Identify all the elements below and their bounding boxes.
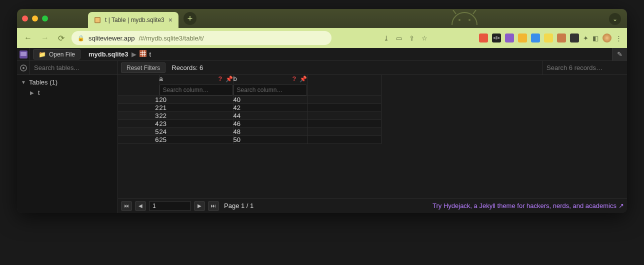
tables-tree-header[interactable]: ▼ Tables (1)	[17, 77, 118, 88]
column-name: b	[234, 75, 237, 82]
bookmark-icon[interactable]: ☆	[422, 34, 428, 42]
address-bar[interactable]: 🔒 sqliteviewer.app/#/mydb.sqlite3/table/…	[72, 31, 332, 45]
extension-icon[interactable]	[479, 34, 488, 42]
table-row[interactable]: 5 24 48	[118, 128, 381, 136]
forward-button[interactable]: →	[39, 32, 51, 44]
reload-button[interactable]: ⟳	[56, 32, 66, 44]
search-records-input[interactable]	[542, 61, 627, 74]
cell[interactable]: 40	[233, 96, 307, 104]
sidebar-item-table[interactable]: ▶ t	[17, 88, 118, 98]
cell-empty	[307, 128, 381, 136]
tabs-dropdown-button[interactable]: ⌄	[609, 13, 621, 25]
data-grid: a ? 📌 b ?	[118, 75, 382, 144]
breadcrumb: mydb.sqlite3 ▶ t	[84, 48, 156, 60]
tab-strip: t | Table | mydb.sqlite3 × + ⌄	[17, 9, 627, 28]
cell-empty	[307, 112, 381, 120]
cell[interactable]: 42	[233, 104, 307, 112]
minimize-window-button[interactable]	[32, 16, 38, 22]
new-tab-button[interactable]: +	[184, 12, 196, 25]
close-window-button[interactable]	[22, 16, 28, 22]
extension-icon[interactable]	[505, 34, 514, 42]
cell[interactable]: 44	[233, 112, 307, 120]
table-row[interactable]: 6 25 50	[118, 136, 381, 144]
last-page-button[interactable]: ⏭	[208, 201, 219, 211]
address-actions: ⤓ ▭ ⇪ ☆	[384, 34, 428, 42]
open-file-button[interactable]: 📁 Open File	[33, 49, 80, 60]
extension-icon[interactable]	[544, 34, 553, 42]
app-logo	[17, 48, 30, 60]
column-type-icon[interactable]: ?	[218, 75, 222, 82]
pin-icon[interactable]: 📌	[226, 76, 233, 82]
cell[interactable]: 24	[159, 128, 233, 136]
table-row[interactable]: 1 20 40	[118, 96, 381, 104]
svg-rect-13	[144, 50, 144, 56]
pin-icon[interactable]: 📌	[300, 76, 307, 82]
row-number: 1	[118, 96, 159, 104]
open-file-label: Open File	[49, 51, 75, 58]
extension-icon[interactable]: </>	[492, 34, 501, 42]
url-path: /#/mydb.sqlite3/table/t/	[139, 34, 204, 42]
address-bar-row: ← → ⟳ 🔒 sqliteviewer.app/#/mydb.sqlite3/…	[17, 28, 627, 48]
install-app-icon[interactable]: ⤓	[384, 34, 389, 42]
sidebar-toggle-icon[interactable]	[17, 61, 30, 74]
cell[interactable]: 25	[159, 136, 233, 144]
cell[interactable]: 46	[233, 120, 307, 128]
breadcrumb-separator: ▶	[132, 50, 136, 58]
cell[interactable]: 48	[233, 128, 307, 136]
column-type-icon[interactable]: ?	[292, 75, 296, 82]
table-row[interactable]: 2 21 42	[118, 104, 381, 112]
extension-icon[interactable]	[557, 34, 566, 42]
extension-icon[interactable]	[531, 34, 540, 42]
column-name: a	[160, 75, 163, 82]
svg-rect-10	[140, 52, 146, 53]
chevron-down-icon: ▼	[21, 80, 26, 85]
search-tables-input[interactable]	[30, 61, 118, 74]
column-header[interactable]: b ? 📌	[233, 75, 307, 96]
cell[interactable]: 22	[159, 112, 233, 120]
table-row[interactable]: 4 23 46	[118, 120, 381, 128]
prev-page-button[interactable]: ◀	[135, 201, 146, 211]
side-panel-icon[interactable]: ◧	[592, 34, 598, 42]
column-header[interactable]: a ? 📌	[159, 75, 233, 96]
next-page-button[interactable]: ▶	[194, 201, 205, 211]
first-page-button[interactable]: ⏮	[121, 201, 132, 211]
cell[interactable]: 21	[159, 104, 233, 112]
tables-sidebar: ▼ Tables (1) ▶ t	[17, 75, 118, 213]
extension-icons: </> ✦ ◧ ⋮	[479, 34, 622, 42]
table-row[interactable]: 3 22 44	[118, 112, 381, 120]
profile-avatar[interactable]	[602, 34, 612, 42]
svg-rect-11	[140, 54, 146, 55]
extension-icon[interactable]	[570, 34, 579, 42]
sqlite-viewer-app: 📁 Open File mydb.sqlite3 ▶ t ✎ Reset Fil…	[17, 48, 627, 213]
breadcrumb-table[interactable]: t	[150, 50, 152, 58]
cell[interactable]: 20	[159, 96, 233, 104]
edit-mode-button[interactable]: ✎	[612, 48, 627, 60]
share-icon[interactable]: ⇪	[409, 34, 414, 42]
maximize-window-button[interactable]	[42, 16, 48, 22]
chrome-menu-icon[interactable]: ⋮	[616, 34, 622, 42]
breadcrumb-db[interactable]: mydb.sqlite3	[88, 50, 128, 58]
row-number: 3	[118, 112, 159, 120]
column-search-input[interactable]	[234, 84, 307, 96]
page-number-input[interactable]	[149, 201, 191, 211]
svg-rect-8	[20, 54, 26, 56]
extensions-puzzle-icon[interactable]: ✦	[583, 34, 588, 42]
tab-favicon	[94, 16, 101, 24]
reset-filters-button[interactable]: Reset Filters	[121, 62, 166, 73]
folder-icon: 📁	[38, 51, 46, 58]
promo-link[interactable]: Try Hydejack, a Jekyll theme for hackers…	[432, 202, 624, 210]
page-icon[interactable]: ▭	[396, 34, 402, 42]
column-search-input[interactable]	[160, 84, 233, 96]
data-grid-scroll[interactable]: a ? 📌 b ?	[118, 75, 627, 198]
app-subbar: Reset Filters Records: 6	[17, 61, 627, 75]
cell[interactable]: 50	[233, 136, 307, 144]
cell-empty	[307, 104, 381, 112]
extension-icon[interactable]	[518, 34, 527, 42]
cell[interactable]: 23	[159, 120, 233, 128]
lock-icon: 🔒	[78, 35, 84, 42]
browser-tab[interactable]: t | Table | mydb.sqlite3 ×	[88, 12, 178, 28]
back-button[interactable]: ←	[22, 32, 34, 44]
svg-point-15	[22, 67, 24, 69]
column-spacer	[307, 75, 381, 96]
close-tab-icon[interactable]: ×	[168, 16, 172, 24]
